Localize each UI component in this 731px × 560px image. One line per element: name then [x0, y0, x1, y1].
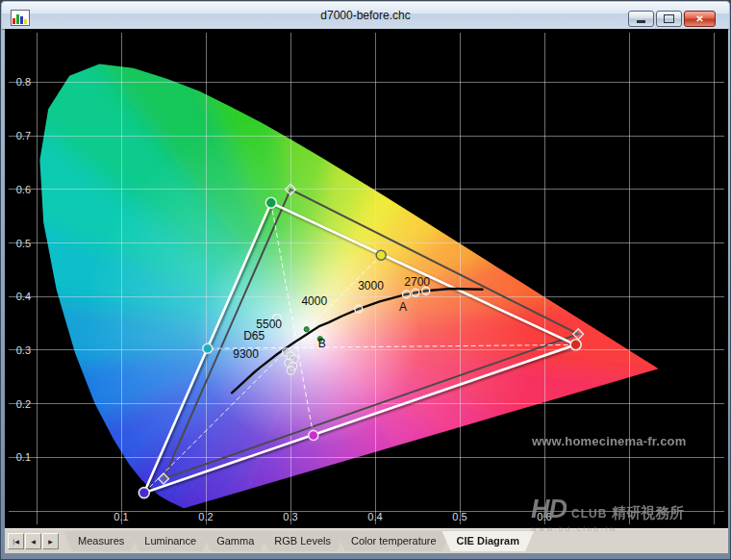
secondary-yellow-marker: [376, 250, 386, 260]
tab-bar: |◀◀▶ MeasuresLuminanceGammaRGB LevelsCol…: [5, 528, 728, 553]
x-tick-0.5: 0.5: [452, 511, 466, 522]
cie-label-5500: 5500: [256, 318, 282, 331]
maximize-icon: [664, 14, 674, 23]
title-bar[interactable]: d7000-before.chc ✕: [2, 2, 729, 30]
x-tick-0.4: 0.4: [367, 511, 382, 522]
cie-plot-area: 9300D655500B40003000A2700 0.80.70.60.50.…: [5, 29, 728, 528]
tab-color-temperature[interactable]: Color temperature: [337, 531, 451, 551]
x-tick-0.2: 0.2: [198, 511, 213, 522]
tab-nav: |◀◀▶: [8, 533, 59, 549]
prev-tab-button[interactable]: ◀: [25, 533, 41, 549]
cie-label-B: B: [318, 337, 326, 350]
primary-blue-marker: [139, 488, 149, 498]
cie-diagram: 9300D655500B40003000A2700 0.80.70.60.50.…: [5, 29, 728, 528]
y-tick-0.2: 0.2: [16, 398, 31, 410]
tab-rgb-levels[interactable]: RGB Levels: [260, 531, 345, 551]
secondary-magenta-marker: [309, 431, 318, 441]
tab-cie-diagram[interactable]: CIE Diagram: [442, 531, 534, 551]
app-window: d7000-before.chc ✕: [0, 0, 731, 560]
x-tick-0.3: 0.3: [283, 511, 297, 522]
tab-gamma[interactable]: Gamma: [202, 531, 268, 551]
close-button[interactable]: ✕: [684, 11, 716, 27]
illuminant-3000-marker: [403, 291, 411, 298]
window-controls: ✕: [628, 11, 716, 27]
illuminant-A-marker: [412, 289, 419, 296]
y-tick-0.4: 0.4: [16, 291, 31, 302]
primary-red-marker: [570, 340, 581, 350]
x-tick-0.6: 0.6: [537, 511, 551, 522]
tab-luminance[interactable]: Luminance: [130, 531, 211, 551]
y-tick-0.7: 0.7: [16, 130, 31, 141]
y-tick-0.5: 0.5: [16, 238, 31, 249]
minimize-button[interactable]: [628, 11, 654, 27]
tabs: MeasuresLuminanceGammaRGB LevelsColor te…: [63, 531, 534, 551]
next-tab-button[interactable]: ▶: [42, 533, 59, 549]
cie-label-9300: 9300: [233, 347, 259, 361]
y-tick-0.3: 0.3: [16, 344, 31, 356]
y-tick-0.6: 0.6: [16, 184, 31, 195]
white-measure-point-5: [287, 367, 294, 374]
maximize-button[interactable]: [656, 11, 682, 27]
minimize-icon: [637, 20, 645, 23]
secondary-cyan-marker: [203, 344, 213, 353]
primary-green-marker: [265, 197, 276, 208]
illuminant-5500-dot: [304, 327, 309, 332]
cie-label-A: A: [399, 300, 407, 314]
y-tick-0.8: 0.8: [16, 76, 31, 88]
x-tick-0.1: 0.1: [113, 511, 128, 522]
close-icon: ✕: [695, 13, 703, 24]
tab-measures[interactable]: Measures: [63, 531, 139, 551]
y-tick-0.1: 0.1: [16, 451, 31, 463]
first-tab-button[interactable]: |◀: [8, 533, 24, 549]
cie-label-3000: 3000: [358, 279, 384, 293]
cie-label-2700: 2700: [404, 275, 430, 289]
window-title: d7000-before.chc: [2, 9, 729, 22]
illuminant-4000-marker: [355, 305, 363, 313]
cie-label-4000: 4000: [301, 294, 327, 308]
